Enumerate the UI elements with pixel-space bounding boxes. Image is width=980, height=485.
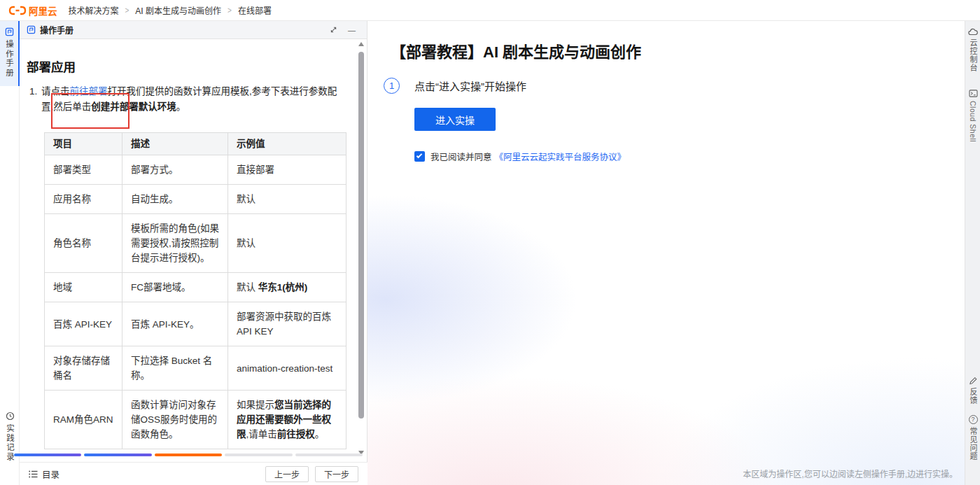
table-header-row: 项目 描述 示例值 [45, 133, 346, 155]
pencil-icon [969, 377, 977, 385]
alibaba-cloud-logo[interactable]: 阿里云 [8, 3, 57, 17]
breadcrumb-separator: > [125, 5, 130, 15]
instruction-pre: 请点击 [41, 86, 70, 97]
terminal-icon [969, 90, 978, 97]
step-number-badge: 1 [384, 78, 400, 94]
progress-segment [295, 454, 363, 456]
cell-desc: 下拉选择 Bucket 名称。 [122, 346, 228, 391]
col-header-example: 示例值 [228, 133, 346, 155]
progress-segment [155, 454, 222, 456]
manual-icon [5, 27, 14, 36]
agreement-checkbox[interactable] [414, 151, 425, 162]
enter-practice-button[interactable]: 进入实操 [414, 108, 496, 131]
cell-item: 部署类型 [45, 155, 122, 185]
col-header-desc: 描述 [122, 133, 228, 155]
logo-text: 阿里云 [29, 3, 57, 17]
cell-item: 百炼 API-KEY [45, 302, 122, 346]
feedback-label: 反馈 [967, 388, 979, 405]
manual-scrollbar [358, 41, 365, 456]
cell-item: 角色名称 [45, 214, 122, 273]
table-row: RAM角色ARN 函数计算访问对象存储OSS服务时使用的函数角色。 如果提示您当… [45, 391, 346, 449]
prev-step-button[interactable]: 上一步 [265, 466, 309, 482]
tutorial-title: 【部署教程】AI 剧本生成与动画创作 [391, 39, 641, 62]
manual-footer: 目录 上一步 下一步 [20, 462, 368, 485]
table-row: 部署类型 部署方式。 直接部署 [45, 155, 346, 185]
workspace: 【部署教程】AI 剧本生成与动画创作 1 点击“进入实操”开始操作 进入实操 我… [368, 21, 965, 485]
minimize-icon[interactable]: — [348, 26, 356, 34]
cell-example: 直接部署 [228, 155, 346, 185]
next-step-button[interactable]: 下一步 [315, 466, 358, 482]
toc-button[interactable]: 目录 [29, 468, 59, 481]
rail-item-console[interactable]: 云控制台 [965, 28, 980, 72]
cell-example: animation-creation-test [228, 346, 346, 391]
rail-item-faq[interactable]: ? 常见问题 [965, 415, 980, 461]
agreement-text: 我已阅读并同意 [430, 150, 492, 163]
breadcrumb: 技术解决方案 > AI 剧本生成与动画创作 > 在线部署 [69, 4, 272, 16]
manual-panel-header: 操作手册 — [20, 21, 367, 39]
cell-item: 地域 [45, 273, 122, 302]
table-row: 应用名称 自动生成。 默认 [45, 185, 346, 214]
cell-desc: 部署方式。 [122, 155, 228, 185]
cell-example: 部署资源中获取的百炼 API KEY [228, 302, 346, 346]
instruction-line2: 置,然后单击 [41, 101, 91, 112]
table-row: 百炼 API-KEY 百炼 API-KEY。 部署资源中获取的百炼 API KE… [45, 302, 346, 346]
rail-item-feedback[interactable]: 反馈 [965, 377, 980, 405]
instruction-step-1: 1. 请点击前往部署打开我们提供的函数计算应用模板,参考下表进行参数配 置,然后… [27, 84, 354, 115]
breadcrumb-item-project[interactable]: AI 剧本生成与动画创作 [135, 4, 221, 16]
left-rail: 操作手册 实践记录 [0, 21, 20, 485]
cell-desc: 百炼 API-KEY。 [122, 302, 228, 346]
step-progress-bar [14, 454, 363, 456]
faq-label: 常见问题 [967, 427, 979, 461]
breadcrumb-item-solutions[interactable]: 技术解决方案 [69, 4, 119, 16]
cell-desc: 函数计算访问对象存储OSS服务时使用的函数角色。 [122, 391, 228, 449]
expand-icon[interactable] [330, 26, 337, 34]
list-marker: 1. [29, 84, 41, 115]
cell-desc: 模板所需的角色(如果需要授权,请按照控制台提示进行授权)。 [122, 214, 228, 273]
cell-example: 如果提示您当前选择的应用还需要额外一些权限,请单击前往授权。 [228, 391, 346, 449]
cell-item: 应用名称 [45, 185, 122, 214]
agreement-row: 我已阅读并同意 《阿里云云起实践平台服务协议》 [414, 150, 626, 163]
clock-icon [6, 412, 15, 421]
question-icon: ? [969, 415, 978, 424]
instruction-bold: 创建并部署默认环境 [91, 101, 176, 112]
table-row: 地域 FC部署地域。 默认 华东1(杭州) [45, 273, 346, 302]
checkmark-icon [416, 153, 422, 158]
rail-item-cloudshell[interactable]: Cloud Shell [965, 90, 980, 142]
cell-example: 默认 华东1(杭州) [228, 273, 346, 302]
console-label: 云控制台 [967, 38, 979, 72]
right-rail: 云控制台 Cloud Shell 反馈 ? 常见问题 [965, 21, 980, 485]
cell-example: 默认 [228, 185, 346, 214]
rail-item-manual[interactable]: 操作手册 [0, 21, 20, 86]
instruction-after-link: 打开我们提供的函数计算应用模板,参考下表进行参数配 [108, 86, 337, 97]
cell-desc: FC部署地域。 [122, 273, 228, 302]
step-row: 1 点击“进入实操”开始操作 [384, 78, 526, 94]
table-row: 角色名称 模板所需的角色(如果需要授权,请按照控制台提示进行授权)。 默认 [45, 214, 346, 273]
alibaba-cloud-logo-icon [8, 6, 27, 15]
progress-segment [14, 454, 81, 456]
top-bar: 阿里云 技术解决方案 > AI 剧本生成与动画创作 > 在线部署 [0, 0, 980, 21]
workspace-hint: 本区域为操作区,您可以边阅读左侧操作手册,边进行实操。 [743, 468, 958, 479]
progress-segment [225, 454, 292, 456]
breadcrumb-item-current[interactable]: 在线部署 [238, 4, 272, 16]
cloud-console-icon [968, 28, 978, 36]
deploy-link[interactable]: 前往部署 [70, 86, 108, 97]
manual-panel: 操作手册 — 部署应用 1. 请点击前往部署打开我们提供的函数计算应用模板,参考… [20, 21, 368, 485]
scrollbar-thumb[interactable] [358, 52, 364, 419]
cell-item: RAM角色ARN [45, 391, 122, 449]
service-agreement-link[interactable]: 《阿里云云起实践平台服务协议》 [495, 150, 626, 163]
manual-icon [27, 25, 36, 34]
cell-example: 默认 [228, 214, 346, 273]
section-title: 部署应用 [27, 57, 367, 75]
cell-desc: 自动生成。 [122, 185, 228, 214]
manual-panel-title: 操作手册 [40, 24, 74, 36]
scroll-up-arrow[interactable] [358, 42, 364, 46]
toc-icon [29, 470, 38, 478]
table-row: 对象存储存储桶名 下拉选择 Bucket 名称。 animation-creat… [45, 346, 346, 391]
cloudshell-label: Cloud Shell [969, 101, 977, 142]
page: 阿里云 技术解决方案 > AI 剧本生成与动画创作 > 在线部署 操作手册 [0, 0, 980, 485]
parameter-table: 项目 描述 示例值 部署类型 部署方式。 直接部署 应用名称 自动生成。 默认 … [44, 132, 346, 449]
breadcrumb-separator: > [227, 5, 232, 15]
instruction-text: 请点击前往部署打开我们提供的函数计算应用模板,参考下表进行参数配 置,然后单击创… [41, 84, 337, 115]
col-header-item: 项目 [45, 133, 122, 155]
rail-manual-label: 操作手册 [4, 40, 15, 78]
